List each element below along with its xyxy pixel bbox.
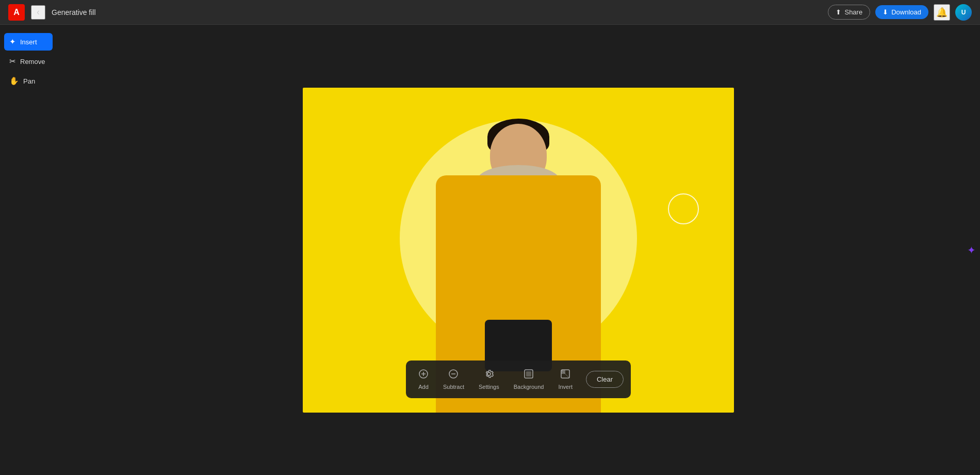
download-button[interactable]: ⬇ Download	[875, 5, 928, 19]
svg-rect-8	[561, 370, 565, 374]
canvas-area[interactable]: Add Subtract	[57, 25, 980, 475]
share-label: Share	[844, 8, 862, 16]
share-icon: ⬆	[836, 8, 841, 16]
pan-tool-button[interactable]: ✋ Pan	[4, 72, 53, 90]
left-panel: ✦ Insert ✂ Remove ✋ Pan	[0, 25, 57, 475]
share-button[interactable]: ⬆ Share	[828, 5, 870, 20]
bottom-toolbar: Add Subtract	[406, 361, 631, 398]
clear-label: Clear	[597, 375, 613, 383]
download-icon: ⬇	[883, 8, 888, 16]
topbar-actions: ⬆ Share ⬇ Download 🔔 U	[828, 4, 972, 21]
pan-label: Pan	[23, 77, 35, 85]
notifications-button[interactable]: 🔔	[934, 4, 950, 21]
settings-label: Settings	[479, 384, 499, 390]
main-area: ✦ Insert ✂ Remove ✋ Pan	[0, 25, 980, 475]
subtract-icon	[448, 369, 459, 382]
subtract-label: Subtract	[443, 384, 464, 390]
settings-icon	[484, 369, 494, 382]
add-tool-item[interactable]: Add	[413, 366, 434, 393]
add-icon	[418, 369, 429, 382]
background-tool-item[interactable]: Background	[509, 366, 549, 393]
background-icon	[524, 369, 534, 382]
bell-icon: 🔔	[936, 7, 948, 18]
add-label: Add	[418, 384, 429, 390]
invert-tool-item[interactable]: Invert	[553, 366, 578, 393]
subtract-tool-item[interactable]: Subtract	[438, 366, 469, 393]
adobe-logo[interactable]: A	[8, 4, 25, 21]
background-label: Background	[514, 384, 544, 390]
avatar-initials: U	[961, 9, 966, 16]
photo-background: Add Subtract	[303, 88, 734, 413]
adobe-logo-text: A	[13, 8, 20, 17]
spark-icon: ✦	[967, 244, 976, 256]
insert-icon: ✦	[9, 37, 16, 46]
clear-button[interactable]: Clear	[586, 371, 624, 388]
invert-icon	[560, 369, 570, 382]
right-side-accent: ✦	[963, 240, 980, 260]
back-button[interactable]: ‹	[31, 5, 45, 20]
image-container: Add Subtract	[303, 88, 734, 413]
remove-icon: ✂	[9, 57, 16, 66]
topbar: A ‹ Generative fill ⬆ Share ⬇ Download 🔔…	[0, 0, 980, 25]
pan-icon: ✋	[9, 76, 19, 86]
remove-tool-button[interactable]: ✂ Remove	[4, 53, 53, 70]
avatar[interactable]: U	[955, 4, 972, 21]
insert-label: Insert	[20, 38, 37, 46]
insert-tool-button[interactable]: ✦ Insert	[4, 33, 53, 51]
invert-label: Invert	[558, 384, 573, 390]
selection-circle	[668, 193, 699, 224]
back-icon: ‹	[37, 7, 40, 18]
svg-rect-6	[526, 371, 531, 376]
download-label: Download	[891, 8, 921, 16]
app-title: Generative fill	[52, 8, 822, 17]
settings-tool-item[interactable]: Settings	[473, 366, 504, 393]
remove-label: Remove	[20, 58, 45, 65]
